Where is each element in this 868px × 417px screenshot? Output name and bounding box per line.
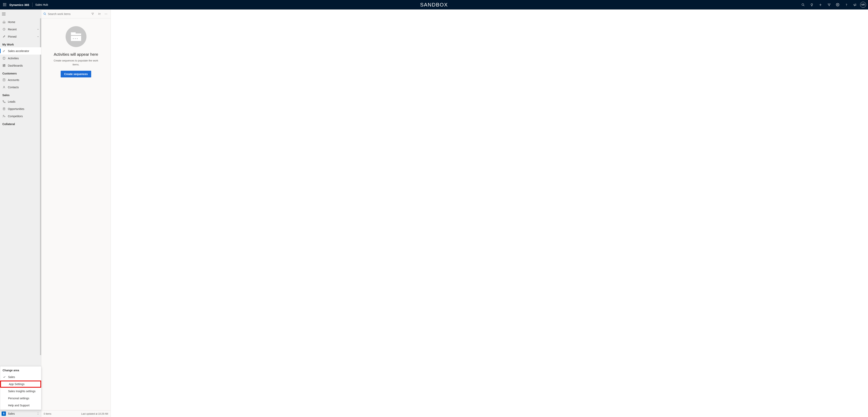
area-option-label: Sales [8, 376, 15, 379]
svg-rect-5 [5, 4, 6, 5]
app-shell: Home Recent Pinned [0, 9, 868, 417]
area-option-label: App Settings [9, 383, 24, 386]
filter-button[interactable] [825, 0, 833, 9]
sidebar-item-pinned[interactable]: Pinned [0, 33, 41, 40]
sidebar-item-accounts[interactable]: Accounts [0, 76, 41, 84]
top-nav: Dynamics 365 Sales Hub SANDBOX NR [0, 0, 868, 9]
sidebar-item-label: Dashboards [8, 64, 23, 67]
sidebar-item-label: Recent [8, 28, 17, 31]
area-option-help-and-support[interactable]: Help and Support [0, 402, 41, 409]
area-option-label: Sales Insights settings [8, 390, 35, 393]
svg-rect-40 [71, 33, 81, 41]
help-button[interactable] [842, 0, 851, 9]
sidebar-item-activities[interactable]: Activities [0, 55, 41, 62]
building-icon [2, 79, 5, 82]
user-avatar[interactable]: NR [860, 2, 866, 8]
main-canvas [111, 10, 868, 417]
check-icon [3, 376, 6, 378]
svg-point-29 [4, 86, 4, 87]
svg-rect-6 [3, 5, 4, 6]
sidebar-item-label: Pinned [8, 35, 17, 38]
environment-badge: SANDBOX [420, 2, 448, 8]
search-input[interactable] [48, 12, 88, 16]
search-icon [801, 3, 805, 6]
svg-point-39 [107, 13, 107, 14]
competitor-icon [2, 115, 5, 118]
sidebar-toggle-button[interactable] [2, 12, 6, 16]
sidebar-item-competitors[interactable]: Competitors [0, 113, 41, 120]
up-down-chevron-icon [37, 412, 39, 415]
lightbulb-icon [810, 3, 813, 6]
search-work-items[interactable] [43, 12, 88, 16]
svg-point-44 [75, 38, 75, 39]
dashboard-icon [2, 64, 5, 67]
sidebar-item-leads[interactable]: Leads [0, 98, 41, 105]
area-badge: S [2, 412, 6, 416]
sidebar-item-recent[interactable]: Recent [0, 26, 41, 33]
sort-work-items-button[interactable] [97, 11, 102, 17]
feedback-button[interactable] [851, 0, 859, 9]
sidebar-item-home[interactable]: Home [0, 18, 41, 26]
work-items-updated: Last updated at 10:29 AM [81, 413, 108, 415]
svg-point-13 [837, 4, 838, 5]
svg-point-38 [106, 13, 106, 14]
sidebar-item-dashboards[interactable]: Dashboards [0, 62, 41, 69]
svg-point-33 [3, 115, 4, 116]
svg-rect-23 [3, 66, 4, 66]
svg-rect-20 [3, 64, 4, 65]
sidebar-item-label: Competitors [8, 115, 23, 118]
area-switcher-button[interactable]: S Sales [0, 410, 41, 417]
rocket-icon [2, 50, 5, 53]
opportunity-icon [2, 107, 5, 111]
area-popup-header: Change area [0, 367, 41, 374]
create-sequences-button[interactable]: Create sequences [61, 71, 91, 78]
area-option-personal-settings[interactable]: Personal settings [0, 395, 41, 402]
sidebar-group-customers: Customers [0, 69, 41, 76]
work-items-panel: Activities will appear here Create seque… [41, 10, 111, 417]
sidebar-group-collateral: Collateral [0, 120, 41, 127]
search-icon [43, 12, 46, 16]
svg-rect-19 [3, 57, 5, 59]
filter-work-items-button[interactable] [90, 11, 95, 17]
sidebar-item-contacts[interactable]: Contacts [0, 84, 41, 91]
sidebar-item-label: Activities [8, 57, 19, 60]
filter-icon [91, 12, 94, 16]
settings-button[interactable] [833, 0, 842, 9]
topbar-actions: NR [799, 0, 868, 9]
svg-point-34 [4, 116, 5, 117]
phone-icon [2, 100, 5, 103]
svg-rect-8 [5, 5, 6, 6]
svg-point-35 [44, 13, 45, 14]
hamburger-icon [2, 12, 5, 16]
assistant-button[interactable] [807, 0, 816, 9]
work-panel-header [41, 10, 111, 18]
svg-rect-1 [4, 3, 5, 4]
chevron-down-icon [37, 28, 39, 31]
sidebar-item-label: Accounts [8, 79, 19, 82]
app-launcher-button[interactable] [0, 0, 9, 9]
sidebar-item-opportunities[interactable]: Opportunities [0, 105, 41, 113]
area-option-sales-insights-settings[interactable]: Sales Insights settings [0, 388, 41, 395]
empty-state: Activities will appear here Create seque… [41, 18, 111, 78]
area-option-sales[interactable]: Sales [0, 374, 41, 381]
add-button[interactable] [816, 0, 825, 9]
area-option-app-settings[interactable]: App Settings [0, 381, 41, 388]
sidebar-scroll: Home Recent Pinned [0, 18, 41, 410]
pin-icon [2, 35, 5, 38]
sidebar-group-my-work: My Work [0, 40, 41, 47]
sidebar-item-sales-accelerator[interactable]: Sales accelerator [0, 47, 41, 55]
search-button[interactable] [799, 0, 807, 9]
gear-icon [836, 3, 839, 6]
more-work-items-button[interactable] [103, 11, 108, 17]
app-name: Sales Hub [35, 3, 48, 6]
brand-link[interactable]: Dynamics 365 [9, 3, 31, 6]
svg-rect-4 [4, 4, 5, 5]
svg-line-36 [45, 14, 46, 15]
sidebar-item-label: Home [8, 21, 15, 24]
help-icon [845, 3, 848, 6]
waffle-icon [3, 3, 6, 6]
empty-state-illustration [66, 26, 87, 47]
megaphone-icon [853, 3, 857, 6]
work-items-count: 0 items [44, 413, 52, 415]
more-icon [104, 12, 107, 16]
